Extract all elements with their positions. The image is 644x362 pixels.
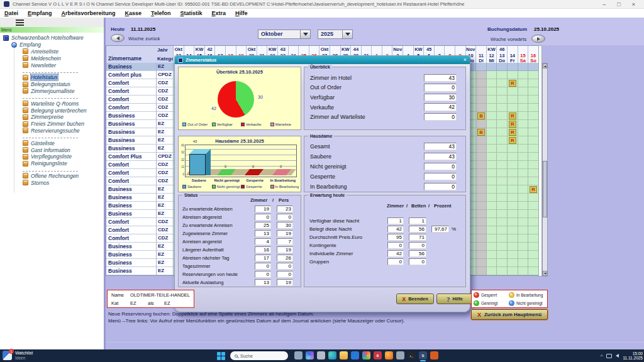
value-box[interactable]: 0 [255, 214, 271, 221]
value-box[interactable]: 30 [277, 222, 293, 229]
sidebar-item-offene-rechnungen[interactable]: Offene Rechnungen [0, 173, 104, 180]
hilfe-button[interactable]: ? Hilfe [436, 293, 473, 304]
day-cell[interactable] [476, 145, 487, 153]
speaker-icon[interactable] [616, 354, 619, 358]
firefox-icon[interactable] [385, 351, 393, 359]
day-cell[interactable] [487, 63, 497, 71]
day-cell[interactable] [476, 136, 487, 145]
day-cell[interactable] [476, 120, 487, 128]
day-cell[interactable]: B [476, 112, 487, 120]
day-cell[interactable] [518, 136, 529, 145]
taskbar-clock[interactable]: 15:00 11.11.2025 [623, 351, 643, 361]
value-box[interactable]: 0 [409, 242, 426, 249]
day-cell[interactable] [487, 112, 497, 120]
value-box[interactable]: 30 [424, 94, 457, 102]
value-box[interactable]: 43 [424, 143, 457, 151]
day-cell[interactable] [508, 145, 518, 153]
day-cell[interactable] [497, 251, 508, 259]
day-cell[interactable] [528, 120, 539, 128]
day-cell[interactable] [528, 251, 539, 259]
hotel-app-icon[interactable]: S [419, 351, 427, 359]
day-cell[interactable] [476, 185, 487, 194]
sidebar-root[interactable]: Schwarzenbach Hotelsoftware [0, 35, 104, 41]
opera-icon[interactable]: 8 [374, 351, 382, 359]
reservation-marker[interactable]: R [509, 137, 516, 144]
day-cell[interactable] [476, 210, 487, 218]
value-box[interactable]: 19 [277, 230, 293, 237]
day-cell[interactable] [518, 128, 529, 136]
value-box[interactable]: 19 [255, 206, 271, 212]
back-to-mainmenu-button[interactable]: X Zurück zum Hauptmenü [471, 309, 548, 320]
day-cell[interactable] [508, 87, 518, 96]
day-cell[interactable] [476, 87, 487, 96]
day-cell[interactable]: R [508, 120, 518, 128]
day-cell[interactable] [528, 153, 539, 161]
day-cell[interactable] [518, 145, 529, 153]
menu-item-telefon[interactable]: Telefon [151, 10, 170, 16]
day-cell[interactable] [487, 153, 497, 161]
dialog-titlebar[interactable]: Zimmerstatus × [175, 56, 470, 64]
day-cell[interactable] [476, 259, 487, 267]
day-cell[interactable] [476, 218, 487, 226]
day-cell[interactable] [508, 104, 518, 112]
day-cell[interactable] [497, 169, 508, 177]
sidebar-item-gästeliste[interactable]: Gästeliste [0, 140, 104, 146]
task-view-icon[interactable] [294, 351, 303, 359]
day-cell[interactable] [518, 177, 529, 185]
day-cell[interactable] [528, 226, 539, 234]
day-cell[interactable] [476, 169, 487, 177]
day-cell[interactable] [497, 128, 508, 136]
day-cell[interactable] [518, 218, 529, 226]
start-button[interactable] [217, 352, 225, 360]
day-cell[interactable] [487, 210, 497, 218]
day-cell[interactable] [476, 194, 487, 202]
day-cell[interactable] [476, 96, 487, 104]
day-cell[interactable] [487, 218, 497, 226]
day-cell[interactable] [487, 87, 497, 96]
day-cell[interactable] [497, 234, 508, 243]
day-cell[interactable] [528, 177, 539, 185]
value-box[interactable]: 25 [255, 222, 271, 229]
menu-item-datei[interactable]: Datei [4, 10, 18, 16]
day-cell[interactable] [487, 96, 497, 104]
year-dropdown-button[interactable] [343, 30, 353, 39]
day-cell[interactable] [487, 226, 497, 234]
reservation-marker[interactable]: R [509, 129, 516, 136]
sidebar-group-empfang[interactable]: Empfang [0, 41, 104, 48]
menu-item-kasse[interactable]: Kasse [125, 10, 142, 16]
value-box[interactable]: 13 [255, 279, 271, 286]
day-cell[interactable] [497, 63, 508, 71]
day-cell[interactable] [518, 267, 529, 275]
value-box[interactable]: 17 [255, 255, 271, 261]
day-cell[interactable] [497, 226, 508, 234]
day-cell[interactable] [487, 251, 497, 259]
day-cell[interactable] [497, 210, 508, 218]
value-box[interactable]: 0 [277, 271, 293, 278]
day-cell[interactable] [518, 243, 529, 251]
value-box[interactable]: 1 [409, 217, 426, 224]
day-cell[interactable] [528, 145, 539, 153]
day-cell[interactable] [518, 259, 529, 267]
day-cell[interactable] [508, 234, 518, 243]
day-cell[interactable] [518, 202, 529, 210]
day-cell[interactable] [497, 161, 508, 169]
day-cell[interactable] [528, 234, 539, 243]
day-cell[interactable] [487, 145, 497, 153]
day-cell[interactable] [528, 128, 539, 136]
day-cell[interactable] [528, 136, 539, 145]
day-cell[interactable] [508, 63, 518, 71]
photos-icon[interactable] [362, 351, 370, 359]
day-cell[interactable] [487, 120, 497, 128]
day-cell[interactable] [497, 145, 508, 153]
value-box[interactable]: 26 [277, 255, 293, 261]
day-cell[interactable] [487, 202, 497, 210]
day-cell[interactable] [497, 259, 508, 267]
day-cell[interactable] [518, 112, 529, 120]
reservation-marker[interactable]: R [530, 186, 537, 193]
copilot-icon[interactable] [306, 351, 314, 359]
day-cell[interactable] [497, 120, 508, 128]
day-cell[interactable] [497, 153, 508, 161]
journal-scrollbar[interactable] [542, 63, 548, 277]
value-box[interactable]: 0 [424, 163, 457, 171]
day-cell[interactable] [476, 63, 487, 71]
